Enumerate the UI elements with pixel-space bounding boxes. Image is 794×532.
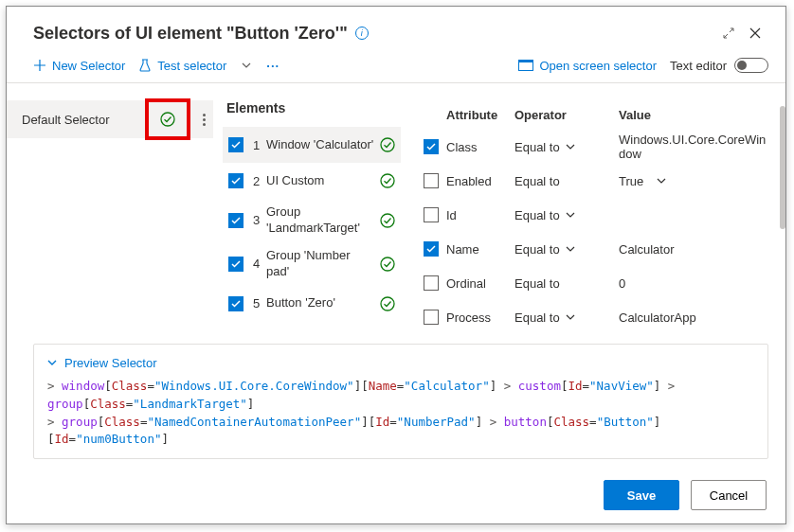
plus-icon (33, 59, 46, 72)
element-checkbox[interactable] (228, 137, 244, 152)
svg-point-4 (381, 174, 394, 187)
flask-icon (138, 59, 152, 72)
check-circle-icon (380, 296, 395, 311)
attr-checkbox[interactable] (424, 207, 439, 222)
chevron-down-icon (47, 360, 57, 365)
new-selector-button[interactable]: New Selector (33, 59, 125, 73)
element-row-3[interactable]: 3 Group 'LandmarkTarget' (223, 199, 401, 242)
selector-row-default[interactable]: Default Selector (7, 100, 213, 138)
attributes-pane: Attribute Operator Value Class Equal to … (410, 83, 785, 344)
check-circle-icon (380, 257, 395, 272)
element-row-5[interactable]: 5 Button 'Zero' (223, 286, 401, 322)
dialog-title: Selectors of UI element "Button 'Zero'" (33, 24, 348, 44)
attr-operator[interactable]: Equal to (514, 174, 560, 188)
chevron-down-icon[interactable] (566, 212, 575, 218)
preview-heading-label: Preview Selector (64, 354, 157, 373)
preview-toggle[interactable]: Preview Selector (47, 354, 754, 373)
elements-pane: Elements 1 Window 'Calculator' 2 UI Cust… (213, 83, 410, 344)
attr-operator[interactable]: Equal to (514, 140, 560, 154)
element-checkbox[interactable] (228, 257, 244, 272)
save-button[interactable]: Save (604, 480, 679, 510)
open-screen-selector-button[interactable]: Open screen selector (518, 59, 657, 73)
attr-name: Enabled (446, 174, 514, 188)
attr-operator[interactable]: Equal to (514, 276, 560, 291)
footer: Save Cancel (7, 470, 785, 523)
attr-value[interactable]: Windows.UI.Core.CoreWindow (619, 133, 780, 161)
element-label: Button 'Zero' (266, 295, 374, 311)
attr-operator[interactable]: Equal to (514, 208, 560, 222)
element-checkbox[interactable] (228, 296, 244, 311)
attr-row-class: Class Equal to Windows.UI.Core.CoreWindo… (424, 130, 780, 164)
info-icon[interactable]: i (355, 27, 369, 40)
chevron-down-icon[interactable] (566, 246, 575, 252)
svg-rect-1 (519, 61, 532, 62)
element-index: 4 (253, 257, 266, 271)
test-selector-label: Test selector (157, 59, 226, 73)
attr-row-ordinal: Ordinal Equal to 0 (424, 266, 780, 300)
attr-value[interactable]: CalculatorApp (619, 310, 780, 325)
col-attribute: Attribute (446, 108, 514, 122)
expand-icon[interactable] (715, 20, 742, 46)
attr-row-id: Id Equal to (424, 198, 780, 232)
titlebar: Selectors of UI element "Button 'Zero'" … (7, 7, 785, 56)
attr-name: Ordinal (446, 276, 514, 291)
attr-checkbox[interactable] (424, 241, 439, 257)
open-screen-selector-label: Open screen selector (539, 59, 657, 73)
preview-selector-panel: Preview Selector > window[Class="Windows… (33, 344, 768, 460)
screen-icon (518, 60, 533, 71)
attr-checkbox[interactable] (424, 139, 439, 154)
preview-line-2: > group[Class="NamedContainerAutomationP… (47, 414, 754, 450)
attr-row-name: Name Equal to Calculator (424, 232, 780, 266)
attr-operator[interactable]: Equal to (514, 242, 560, 257)
chevron-down-icon[interactable] (657, 178, 666, 184)
new-selector-label: New Selector (52, 59, 125, 73)
body: Default Selector Elements 1 Window 'Calc… (7, 83, 785, 344)
attr-name: Id (446, 208, 514, 222)
scrollbar[interactable] (780, 102, 785, 320)
svg-point-5 (381, 214, 394, 227)
chevron-down-icon[interactable] (566, 314, 575, 320)
element-checkbox[interactable] (228, 213, 244, 228)
attr-checkbox[interactable] (424, 173, 439, 188)
attr-checkbox[interactable] (424, 275, 439, 291)
element-row-4[interactable]: 4 Group 'Number pad' (223, 242, 401, 286)
test-selector-dropdown[interactable] (240, 62, 253, 68)
attr-name: Process (446, 310, 514, 325)
more-actions-button[interactable]: ··· (266, 59, 280, 73)
element-label: Group 'Number pad' (266, 248, 374, 280)
attr-name: Class (446, 140, 514, 154)
selector-more-icon[interactable] (194, 114, 213, 126)
attr-value[interactable]: True (619, 174, 643, 188)
text-editor-toggle[interactable] (734, 58, 768, 73)
attr-name: Name (446, 242, 514, 257)
svg-point-2 (161, 113, 174, 126)
element-row-1[interactable]: 1 Window 'Calculator' (223, 127, 401, 163)
element-row-2[interactable]: 2 UI Custom (223, 163, 401, 199)
element-label: UI Custom (266, 173, 374, 189)
text-editor-label: Text editor (670, 59, 727, 73)
check-circle-icon (380, 173, 395, 188)
scrollbar-thumb[interactable] (780, 106, 785, 229)
element-checkbox[interactable] (228, 173, 244, 188)
attr-value[interactable]: Calculator (619, 242, 780, 257)
selectors-dialog: Selectors of UI element "Button 'Zero'" … (6, 6, 786, 524)
selector-status-highlight (145, 98, 190, 140)
element-label: Group 'LandmarkTarget' (266, 204, 374, 237)
svg-point-6 (381, 257, 394, 271)
text-editor-toggle-group: Text editor (670, 58, 768, 73)
selector-list: Default Selector (7, 83, 213, 344)
svg-point-3 (381, 138, 394, 151)
element-index: 3 (253, 213, 266, 227)
attr-row-enabled: Enabled Equal to True (424, 164, 780, 198)
svg-point-7 (381, 297, 394, 310)
attr-operator[interactable]: Equal to (514, 310, 560, 325)
chevron-down-icon[interactable] (566, 144, 575, 150)
element-index: 1 (253, 138, 266, 152)
test-selector-button[interactable]: Test selector (138, 59, 226, 73)
check-circle-icon (380, 213, 395, 228)
attr-value[interactable]: 0 (619, 276, 780, 291)
attr-checkbox[interactable] (424, 310, 439, 325)
close-icon[interactable] (742, 20, 768, 46)
cancel-button[interactable]: Cancel (691, 480, 767, 510)
attr-row-process: Process Equal to CalculatorApp (424, 300, 780, 334)
